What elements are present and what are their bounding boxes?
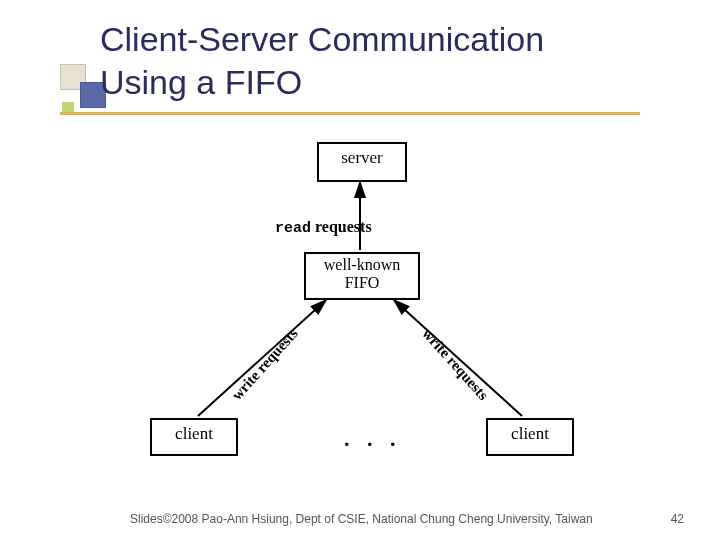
fifo-box: well-known FIFO [304, 252, 420, 300]
fifo-line2: FIFO [306, 274, 418, 292]
server-label: server [341, 148, 383, 167]
slide-title-line2: Using a FIFO [100, 61, 544, 104]
fifo-line1: well-known [306, 256, 418, 274]
read-requests-label: readrequests [275, 218, 372, 237]
server-box: server [317, 142, 407, 182]
requests-word: requests [315, 218, 372, 235]
diagram-area: server readrequests well-known FIFO writ… [0, 130, 720, 490]
title-underline [60, 112, 640, 115]
read-word: read [275, 220, 311, 237]
page-number: 42 [671, 512, 684, 526]
ellipsis: . . . [344, 426, 402, 452]
client-box-right: client [486, 418, 574, 456]
client-label-left: client [175, 424, 213, 443]
footer-credit: Slides©2008 Pao-Ann Hsiung, Dept of CSIE… [130, 512, 593, 526]
client-label-right: client [511, 424, 549, 443]
client-box-left: client [150, 418, 238, 456]
slide-title-line1: Client-Server Communication [100, 18, 544, 61]
slide-title: Client-Server Communication Using a FIFO [100, 18, 544, 103]
